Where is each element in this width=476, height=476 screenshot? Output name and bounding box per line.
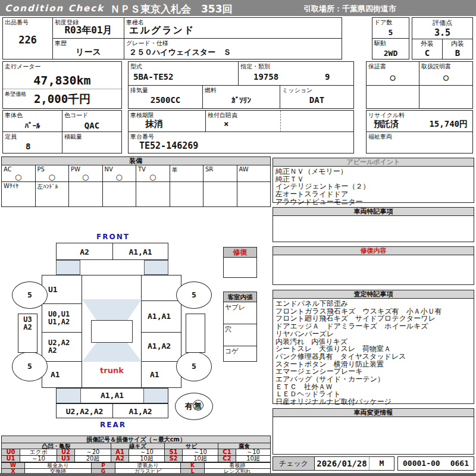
equipment-mark: ○: [2, 173, 35, 181]
damage-legend-table: 損傷記号＆損傷サイズ（～最大cm） 凸凹・亀裂 線キズ サビ 腐食 U0 エクボ…: [1, 436, 271, 462]
cabin-row-burn: コゲ: [224, 346, 256, 361]
odometer-price-table: 走行メーター 47,830km 希望価格 2,000千円: [2, 61, 122, 109]
zone-rear-bumper-right: A1,A2: [113, 404, 168, 418]
equipment-mark: ○: [36, 173, 69, 181]
history-label: 車歴: [55, 39, 67, 48]
equipment-label: Wﾀｲﾔ: [4, 183, 18, 189]
color-capacity-table: 車体色 ﾊﾟｰﾙ 色コード QAC 定員 8 積載量: [2, 110, 122, 154]
equipment-cell-wtire: Wﾀｲﾔ: [2, 182, 36, 206]
zone-code: U2,A2: [48, 339, 70, 347]
equipment-cell-empty: [136, 182, 170, 206]
first-reg-value: R03年01月: [53, 24, 124, 37]
legend-group-corrosion: 腐食: [218, 443, 270, 449]
odometer-cell: 走行メーター 47,830km: [3, 62, 121, 89]
displacement-value: 2500CC: [129, 95, 202, 105]
legend-title: 損傷記号＆損傷サイズ（～最大cm）: [2, 436, 270, 443]
legend-value: ～10: [20, 456, 57, 462]
legend-code: U0: [2, 449, 20, 455]
vehicle-main-table: 出品番号 226 初度登録 R03年01月 車種名 エルグランド 車歴 リース …: [2, 17, 342, 60]
legend-value: 看板跡: [204, 463, 270, 468]
damage-diagram: FRONT A2 A1,A1 U1 U0,U1 U1,A2 U2,A2 A2 A…: [0, 231, 271, 436]
mission-label: ミッション: [282, 86, 312, 95]
front-pillar-window-left: [56, 260, 80, 275]
zone-rear-gate: A1,A1: [56, 388, 168, 403]
assessment-body: エンドパネル下部歪み フロントガラス飛石キズ ウスキズ有 小Ａ小Ｕ有 フロント廻…: [273, 299, 474, 407]
repair-content-title: 修復内容: [273, 247, 474, 255]
class-value-1: 19758: [253, 72, 278, 82]
front-label: FRONT: [89, 233, 137, 241]
spare-presence-mark: 有無: [175, 393, 213, 420]
manual-cell: 取扱説明書 ○: [419, 62, 472, 86]
recycle-table: リサイクル料 預託済 15,740円 福祉車両: [366, 110, 473, 154]
zone-code: U3: [18, 314, 37, 324]
equipment-cell-sr: SR: [203, 165, 237, 181]
bottom-bar: [0, 473, 476, 476]
equipment-cell-ps: PS○: [36, 165, 70, 181]
assessment-line: ドアエッジＡ ドアミラーキズ ホイールキズ: [275, 322, 471, 330]
cabin-interior-title: 客室内張: [224, 292, 256, 302]
pickup-location: 引取場所：千葉県四街道市: [303, 4, 396, 14]
front-pillar-window-right: [144, 260, 168, 275]
zone-code: U1,A2: [48, 318, 70, 326]
special-notes-title: 車両特記事項: [273, 208, 474, 216]
zone-right-front-door: A1,A1: [141, 301, 181, 333]
grade-label: グレード・仕様: [126, 39, 168, 48]
manual-label: 取扱説明書: [421, 62, 451, 71]
lot-number-value: 226: [3, 34, 52, 46]
class-label: 指定・類別: [240, 62, 270, 71]
interior-cell: 内装 B: [443, 39, 472, 59]
grade-value: ２５０ハイウェイスター Ｓ: [129, 47, 231, 58]
insurance-cell: 検付自賠責 ×: [206, 111, 280, 132]
body-color-cell: 車体色 ﾊﾟｰﾙ: [3, 111, 62, 132]
drive-label: 駆動: [374, 39, 386, 48]
equipment-cell-ac: AC○: [2, 165, 36, 181]
cabin-row-hole: 穴: [224, 324, 256, 346]
odometer-value: 47,830km: [3, 73, 121, 87]
zone-rear-bumper-left: U2,A2,A2: [57, 404, 113, 418]
type-value: 5BA-TE52: [133, 72, 173, 82]
recycle-label: リサイクル料: [368, 111, 405, 120]
score-cell: 評価点 3.5: [412, 18, 472, 39]
wheel-rear-right: 5: [176, 352, 212, 381]
recycle-fee: 15,740円: [429, 119, 468, 130]
assessment-line: リヤバンパーズレ: [275, 330, 471, 338]
exterior-label: 外装: [412, 39, 442, 48]
repair-content-body: [273, 255, 474, 258]
legend-row-1: U0 エクボ U2 ～20 A1 ～10 S1 ～10 C1 ～10: [2, 449, 270, 455]
score-label: 評価点: [412, 18, 472, 27]
mission-value: DAT: [280, 95, 353, 105]
vin-label: 車台番号: [130, 133, 154, 141]
equipment-label: NV: [105, 166, 113, 173]
equipment-cell-empty: [103, 182, 137, 206]
assessment-line: パンク修理器具有 タイヤスタッドレス: [275, 353, 471, 361]
equipment-cell-aw: AW: [237, 165, 271, 181]
special-notes-panel: 車両特記事項: [273, 207, 474, 242]
doors-label: ドア数: [374, 18, 392, 27]
odometer-label: 走行メーター: [5, 62, 40, 71]
auction-title: ＮＰＳ東京入札会 353回: [110, 2, 233, 16]
vin-cell: 車台番号 TE52-146269: [129, 132, 353, 153]
zone-left-front-door: U0,U1 U1,A2: [42, 304, 82, 333]
legend-value: ～10: [182, 449, 218, 455]
legend-code: K: [180, 463, 204, 468]
change-info-body: [273, 417, 474, 419]
cabin-row-tear: ヤブレ: [224, 302, 256, 324]
legend-code: P: [91, 463, 115, 468]
equipment-cell-empty: [170, 182, 204, 206]
brand-logo: Condition Check: [5, 3, 104, 14]
legend-code: C1: [218, 449, 236, 455]
recycle-status: 預託済: [374, 119, 399, 130]
lot-number-cell: 出品番号 226: [3, 18, 53, 59]
history-value: リース: [53, 47, 124, 58]
color-code-label: 色コード: [64, 111, 88, 120]
zone-left-rear-door: U2,A2 A2: [42, 333, 82, 362]
appeal-panel: アピールポイント 純正ＮＶ（メモリー） 純正ＴＶ インテリジェントキー（２） 左…: [273, 158, 474, 203]
zone-left-side-step: U3 A2: [18, 314, 37, 353]
legend-value: 塗装あり: [115, 463, 180, 468]
color-code-value: QAC: [62, 121, 121, 130]
legend-value: 板金あり: [24, 463, 91, 468]
trunk-label: trunk: [82, 366, 142, 375]
legend-group-dent: 凸凹・亀裂: [2, 443, 111, 449]
zone-code: A2: [80, 248, 89, 256]
legend-code: C2: [218, 456, 236, 462]
